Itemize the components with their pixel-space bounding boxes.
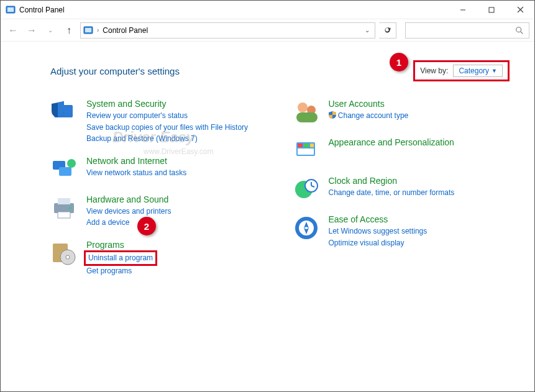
category-user-accounts: User Accounts Change account type — [293, 99, 510, 126]
back-button[interactable]: ← — [6, 23, 21, 38]
svg-point-21 — [298, 103, 308, 112]
category-appearance-personalization: Appearance and Personalization — [293, 137, 510, 165]
svg-rect-7 — [85, 28, 91, 32]
view-by-value: Category — [459, 66, 489, 75]
category-link[interactable]: Save backup copies of your files with Fi… — [86, 122, 248, 134]
category-title[interactable]: Clock and Region — [329, 176, 455, 186]
breadcrumb-chevron-icon: › — [97, 27, 99, 34]
appearance-icon — [293, 137, 320, 165]
control-panel-icon — [6, 5, 16, 15]
address-dropdown-icon[interactable]: ⌄ — [362, 27, 372, 34]
close-button[interactable] — [506, 1, 534, 19]
category-link[interactable]: Optimize visual display — [329, 237, 428, 249]
svg-point-20 — [66, 255, 70, 259]
category-title[interactable]: Hardware and Sound — [86, 194, 171, 204]
maximize-button[interactable] — [477, 1, 506, 19]
category-link[interactable]: Review your computer's status — [86, 110, 248, 122]
category-title[interactable]: System and Security — [86, 99, 248, 109]
category-title[interactable]: User Accounts — [329, 99, 409, 109]
svg-rect-28 — [298, 148, 314, 155]
ease-of-access-icon — [293, 214, 320, 242]
category-title[interactable]: Ease of Access — [329, 214, 428, 224]
user-accounts-icon — [293, 99, 320, 126]
category-link[interactable]: View network status and tasks — [86, 167, 186, 179]
svg-rect-16 — [58, 212, 70, 218]
svg-rect-3 — [489, 7, 494, 12]
uninstall-program-link[interactable]: Uninstall a program — [86, 251, 155, 265]
category-system-security: System and Security Review your computer… — [50, 99, 268, 145]
svg-point-17 — [69, 207, 71, 209]
left-column: System and Security Review your computer… — [50, 99, 268, 288]
recent-dropdown[interactable]: ⌄ — [43, 23, 58, 38]
view-by-control: View by: Category ▼ — [413, 60, 510, 81]
category-link[interactable]: Let Windows suggest settings — [329, 226, 428, 237]
forward-button[interactable]: → — [24, 23, 39, 38]
svg-rect-12 — [59, 167, 71, 176]
category-programs: Programs Uninstall a program Get program… — [50, 240, 268, 276]
svg-rect-15 — [58, 198, 70, 204]
uac-shield-icon — [329, 111, 336, 119]
titlebar: Control Panel — [1, 1, 534, 19]
category-clock-region: Clock and Region Change date, time, or n… — [293, 176, 510, 203]
svg-rect-26 — [304, 144, 309, 147]
shield-monitor-icon — [50, 99, 78, 126]
svg-rect-23 — [296, 112, 318, 122]
search-icon — [515, 26, 524, 35]
printer-icon — [50, 194, 78, 222]
minimize-button[interactable] — [449, 1, 477, 19]
svg-point-13 — [67, 159, 76, 168]
annotation-callout-2: 2 — [137, 217, 156, 235]
svg-rect-25 — [298, 144, 303, 147]
window-title: Control Panel — [19, 6, 65, 14]
category-link[interactable]: View devices and printers — [86, 206, 171, 217]
annotation-callout-1: 1 — [390, 53, 408, 71]
refresh-button[interactable] — [379, 22, 396, 39]
category-link[interactable]: Change date, time, or number formats — [329, 187, 455, 199]
disc-box-icon — [50, 240, 78, 267]
right-column: User Accounts Change account type Appear… — [293, 99, 510, 288]
breadcrumb-root[interactable]: Control Panel — [103, 26, 148, 35]
category-link[interactable]: Change account type — [329, 110, 409, 122]
category-title[interactable]: Network and Internet — [86, 156, 186, 166]
svg-rect-1 — [7, 7, 14, 12]
up-button[interactable]: ↑ — [62, 23, 76, 38]
svg-line-9 — [521, 31, 523, 34]
address-bar[interactable]: › Control Panel ⌄ — [80, 22, 375, 39]
navbar: ← → ⌄ ↑ › Control Panel ⌄ — [1, 19, 534, 42]
page-heading: Adjust your computer's settings — [50, 66, 180, 76]
category-link[interactable]: Add a device — [86, 217, 171, 229]
category-title[interactable]: Appearance and Personalization — [329, 137, 454, 147]
view-by-dropdown[interactable]: Category ▼ — [453, 65, 503, 77]
svg-point-8 — [516, 27, 521, 32]
address-icon — [83, 25, 93, 35]
category-ease-of-access: Ease of Access Let Windows suggest setti… — [293, 214, 510, 248]
category-title[interactable]: Programs — [86, 240, 155, 250]
view-by-label: View by: — [420, 66, 448, 75]
svg-rect-27 — [310, 144, 314, 147]
network-globe-icon — [50, 156, 78, 183]
category-link[interactable]: Get programs — [86, 265, 155, 277]
category-hardware-sound: Hardware and Sound View devices and prin… — [50, 194, 268, 229]
clock-globe-icon — [293, 176, 320, 203]
content-area: 1 2 Driver Easy www.DriverEasy.com Adjus… — [1, 42, 534, 294]
category-network-internet: Network and Internet View network status… — [50, 156, 268, 183]
search-input[interactable] — [405, 22, 529, 39]
category-link[interactable]: Backup and Restore (Windows 7) — [86, 133, 248, 145]
chevron-down-icon: ▼ — [492, 68, 497, 74]
